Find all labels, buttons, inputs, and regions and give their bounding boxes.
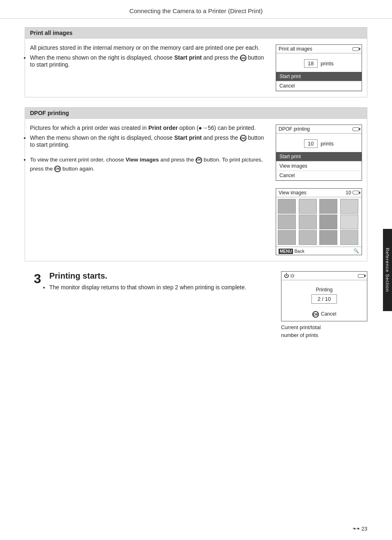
cam-center-2: 10 prints (276, 134, 362, 152)
reference-section-tab: Reference Section (383, 229, 392, 311)
print-all-bullet1: When the menu shown on the right is disp… (30, 54, 267, 68)
cam-screen-title-2: DPOF printing (279, 126, 310, 132)
step-number: 3 (25, 271, 41, 339)
dpof-bullet2: To view the current print order, choose … (30, 155, 267, 173)
menu-label: MENU (279, 249, 293, 254)
step3-right: ⏻ ⚙ Printing 2 / 10 OK (281, 271, 367, 339)
print-all-images-section: Print all images All pictures stored in … (25, 27, 367, 97)
dpof-title: DPOF printing (25, 108, 367, 119)
pp-center: Printing 2 / 10 (281, 280, 367, 308)
pp-cancel-row: OK Cancel (281, 308, 367, 321)
thumbnail-10 (299, 230, 317, 245)
battery-icon-3 (353, 191, 359, 194)
print-all-body: All pictures stored in the internal memo… (30, 44, 267, 51)
cam-title-bar-1: Print all images (276, 45, 362, 53)
step3-section: 3 Printing starts. The monitor display r… (25, 271, 367, 348)
cam-menu-cancel-1[interactable]: Cancel (276, 81, 362, 91)
dpof-text: Pictures for which a print order was cre… (30, 125, 267, 255)
pp-progress-box: 2 / 10 (311, 294, 337, 304)
vi-thumbnail-grid (276, 197, 362, 247)
page-title: Connecting the Camera to a Printer (Dire… (129, 7, 263, 14)
dpof-body: Pictures for which a print order was cre… (30, 125, 267, 131)
thumbnail-5 (278, 215, 296, 229)
screen-caption: Current print/totalnumber of prints (281, 324, 367, 339)
dpof-bullet1: When the menu shown on the right is disp… (30, 134, 267, 148)
step3-text-area: Printing starts. The monitor display ret… (49, 271, 367, 339)
battery-icon-2 (353, 127, 359, 131)
thumbnail-12 (340, 230, 358, 245)
cam-prints-label-2: prints (321, 141, 334, 147)
page-number: 23 (362, 526, 367, 532)
cam-prints-count-2: 10 (304, 139, 317, 148)
vi-title-bar: View images 10 (276, 189, 362, 197)
dpof-camera-screen: DPOF printing 10 prints Start print View… (276, 125, 362, 181)
thumbnail-4 (340, 199, 358, 214)
step3-heading: Printing starts. (49, 271, 273, 281)
dpof-content: Pictures for which a print order was cre… (25, 119, 367, 261)
pp-title-bar: ⏻ ⚙ (281, 272, 367, 280)
cam-screen-title-1: Print all images (279, 46, 312, 52)
print-progress-screen: ⏻ ⚙ Printing 2 / 10 OK (281, 271, 367, 321)
step3-left: Printing starts. The monitor display ret… (49, 271, 273, 339)
pp-icons: ⏻ ⚙ (284, 273, 295, 279)
wrench-icon: ⚙ (290, 273, 295, 279)
ok-circle-icon-4: OK (54, 166, 61, 172)
print-all-camera-screen: Print all images 18 prints Start print C… (276, 44, 362, 91)
cancel-label: Cancel (321, 311, 336, 317)
power-icon: ⏻ (284, 273, 289, 279)
vi-footer-menu: MENU Back (279, 249, 304, 254)
ok-circle-icon-2: OK (240, 135, 247, 141)
thumbnail-3 (319, 199, 337, 214)
dpof-extra: To view the current print order, choose … (30, 155, 267, 173)
thumbnail-7 (319, 215, 337, 229)
cam-menu-view-images[interactable]: View images (276, 162, 362, 171)
thumbnail-6 (299, 215, 317, 229)
thumbnail-11 (319, 230, 337, 245)
thumbnail-9 (278, 230, 296, 245)
cam-menu-start-print-1[interactable]: Start print (276, 72, 362, 81)
thumbnail-2 (299, 199, 317, 214)
vi-footer-zoom: 🔍 (353, 248, 359, 254)
ok-circle-icon-1: OK (240, 55, 247, 61)
battery-icon-1 (353, 47, 359, 51)
cam-menu-start-print-2[interactable]: Start print (276, 152, 362, 162)
cam-prints-label-1: prints (321, 60, 334, 67)
vi-footer: MENU Back 🔍 (276, 247, 362, 255)
step3-bullet1: The monitor display returns to that show… (49, 284, 273, 291)
ok-circle-5: OK (312, 311, 319, 318)
thumbnail-8 (340, 215, 358, 229)
dpof-screens: DPOF printing 10 prints Start print View… (276, 125, 362, 255)
thumbnail-1 (278, 199, 296, 214)
dpof-section: DPOF printing Pictures for which a print… (25, 107, 367, 261)
cam-center-1: 18 prints (276, 53, 362, 72)
cam-menu-cancel-2[interactable]: Cancel (276, 171, 362, 180)
pp-printing-label: Printing (286, 287, 363, 293)
vi-count: 10 (346, 190, 359, 196)
print-all-screen: Print all images 18 prints Start print C… (276, 44, 362, 91)
page-footer: ❧❧ 23 (353, 526, 367, 532)
print-all-images-title: Print all images (25, 28, 367, 39)
cam-title-bar-2: DPOF printing (276, 125, 362, 134)
print-all-images-content: All pictures stored in the internal memo… (25, 39, 367, 97)
step3-inner: Printing starts. The monitor display ret… (49, 271, 367, 339)
page-num-icon: ❧❧ (353, 526, 360, 531)
ok-circle-icon-3: OK (196, 157, 202, 164)
cam-prints-count-1: 18 (304, 59, 317, 68)
page-container: Connecting the Camera to a Printer (Dire… (0, 0, 392, 540)
print-all-images-text: All pictures stored in the internal memo… (30, 44, 267, 91)
page-header: Connecting the Camera to a Printer (Dire… (0, 0, 392, 19)
view-images-screen: View images 10 (276, 188, 362, 255)
vi-title: View images (279, 190, 307, 196)
battery-icon-4 (358, 274, 364, 278)
content-area: Print all images All pictures stored in … (0, 19, 392, 356)
